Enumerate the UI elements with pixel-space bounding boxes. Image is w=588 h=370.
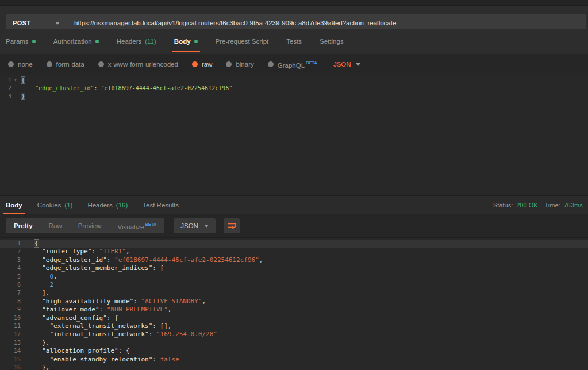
code-text: "internal_transit_network": "169.254.0.0… [34,330,217,338]
mode-urlencoded-radio[interactable]: x-www-form-urlencoded [98,61,178,68]
raw-language-label: JSON [333,61,351,68]
code-line: 3 "edge_cluster_id": "ef018697-4444-46cf… [0,256,588,264]
wrap-text-button[interactable] [224,218,240,233]
code-line: 10 "advanced_config": { [0,314,588,322]
view-raw-label: Raw [49,222,62,229]
code-text: } [20,92,25,101]
response-tab-headers[interactable]: Headers (16) [87,196,128,214]
line-number: 6 [0,281,21,289]
radio-icon [8,61,14,67]
view-pretty-label: Pretty [14,222,33,229]
visualize-beta-badge: BETA [145,222,156,227]
raw-language-dropdown[interactable]: JSON [333,61,360,68]
code-line: 4 "edge_cluster_member_indices": [ [0,264,588,272]
code-text: { [34,240,39,248]
mode-form-data-radio[interactable]: form-data [47,61,84,68]
response-status-bar: Status: 200 OK Time: 763ms S [493,195,588,214]
mode-raw-label: raw [202,61,213,68]
line-number: 3 [0,256,21,264]
code-text: "enable_standby_relocation": false [34,356,179,364]
line-number: 2 [0,84,11,92]
response-tab-cookies[interactable]: Cookies (1) [37,196,73,214]
wrap-text-icon [227,222,236,230]
window-top-strip [0,0,588,6]
mode-binary-radio[interactable]: binary [226,61,253,68]
view-pretty-button[interactable]: Pretty [6,218,41,233]
active-tab-underline [172,51,200,52]
line-number: 7 [0,289,21,297]
tab-tests[interactable]: Tests [286,29,302,54]
line-number: 9 [0,306,21,314]
response-tab-cookies-count: (1) [64,202,72,209]
mode-none-radio[interactable]: none [8,61,33,68]
code-text: "edge_cluster_id": "ef018697-4444-46cf-a… [34,256,263,264]
active-tab-underline [3,213,25,214]
view-visualize-label: VisualizeBETA [118,222,157,230]
code-line: 1{ [0,240,588,248]
response-language-dropdown[interactable]: JSON [174,218,216,233]
code-line: 7 ], [0,289,588,297]
graphql-beta-badge: BETA [306,60,317,65]
chevron-down-icon [356,63,360,66]
response-body-editor[interactable]: 1{2 "router_type": "TIER1",3 "edge_clust… [0,237,588,370]
code-text: 2 [34,281,53,289]
line-number: 5 [0,273,21,281]
chevron-down-icon [55,22,60,25]
view-preview-label: Preview [78,222,102,229]
method-label: POST [13,20,31,26]
mode-raw-radio[interactable]: raw [192,61,213,68]
fold-chevron-icon[interactable]: ▾ [11,76,20,84]
tab-settings[interactable]: Settings [320,29,344,54]
time-label: Time: [545,202,560,209]
code-text: }, [34,364,50,370]
radio-icon [226,61,232,67]
code-line: 13 }, [0,339,588,347]
code-line: 3} [0,92,588,101]
line-number: 15 [0,356,21,364]
line-number: 14 [0,347,21,355]
code-text: "edge_cluster_member_indices": [ [34,264,164,272]
url-text: https://nsxmanager.lab.local/api/v1/logi… [74,20,396,26]
response-tab-body[interactable]: Body [6,196,22,214]
text-cursor [25,92,25,99]
line-number: 16 [0,364,21,370]
code-text: "edge_cluster_id": "ef018697-4444-46cf-a… [20,84,232,92]
mode-graphql-radio[interactable]: GraphQLBETA [268,60,317,69]
response-tab-test-results[interactable]: Test Results [143,196,179,214]
line-number: 1 [0,240,21,248]
request-body-editor[interactable]: 1▾{2 "edge_cluster_id": "ef018697-4444-4… [0,75,588,195]
tab-prerequest-label: Pre-request Script [216,38,269,45]
view-raw-button[interactable]: Raw [41,218,70,233]
code-line: 15 "enable_standby_relocation": false [0,356,588,364]
tab-params[interactable]: Params [6,29,36,54]
tab-headers-label: Headers [117,38,141,45]
tab-prerequest-script[interactable]: Pre-request Script [216,29,269,54]
green-dot-icon [194,40,198,43]
tab-authorization[interactable]: Authorization [53,29,99,54]
green-dot-icon [95,40,99,43]
mode-urlencoded-label: x-www-form-urlencoded [108,61,178,68]
response-tab-body-label: Body [6,202,22,209]
radio-icon [98,61,104,67]
response-toolbar: Pretty Raw Preview VisualizeBETA JSON [0,214,588,237]
code-line: 6 2 [0,281,588,289]
code-text: ], [34,289,50,297]
code-line: 16 }, [0,364,588,370]
request-url-row: POST https://nsxmanager.lab.local/api/v1… [0,6,588,29]
tab-headers[interactable]: Headers (11) [117,29,156,54]
response-tab-cookies-label: Cookies [37,202,62,209]
tab-body[interactable]: Body [174,29,198,54]
view-visualize-button[interactable]: VisualizeBETA [110,218,165,233]
code-text: 0, [34,273,57,281]
mode-graphql-label: GraphQLBETA [278,60,317,69]
line-number: 2 [0,248,21,256]
chevron-down-icon [204,225,209,228]
radio-icon [268,61,274,67]
mode-form-data-label: form-data [56,61,84,68]
response-tab-headers-label: Headers [87,202,112,209]
response-view-switcher: Pretty Raw Preview VisualizeBETA [6,218,164,233]
green-dot-icon [32,40,36,43]
postman-window: POST https://nsxmanager.lab.local/api/v1… [0,0,588,370]
view-preview-button[interactable]: Preview [70,218,110,233]
code-line: 12 "internal_transit_network": "169.254.… [0,330,588,338]
